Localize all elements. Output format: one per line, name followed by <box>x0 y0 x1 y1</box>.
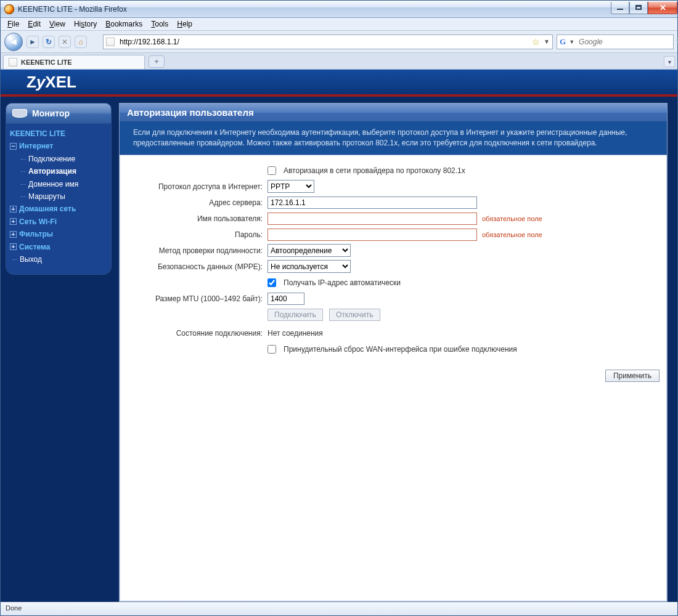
required-password: обязательное поле <box>482 231 542 238</box>
panel-footer: Применить <box>120 365 667 388</box>
input-password[interactable] <box>268 229 477 241</box>
label-password: Пароль: <box>126 230 268 239</box>
search-input[interactable] <box>578 37 673 47</box>
sidebar-item-logout[interactable]: Выход <box>10 253 107 265</box>
input-server-address[interactable] <box>268 197 477 209</box>
sidebar-cat-internet[interactable]: Интернет <box>10 140 107 152</box>
window-minimize-button[interactable] <box>611 2 629 14</box>
brand-bar: ZyXEL <box>1 70 677 97</box>
select-protocol[interactable]: PPTP <box>268 180 314 193</box>
label-username: Имя пользователя: <box>126 214 268 223</box>
nav-stop-button[interactable]: ✕ <box>59 36 71 48</box>
page-icon <box>106 38 115 46</box>
label-protocol: Протокол доступа в Интернет: <box>126 182 268 191</box>
label-8021x: Авторизация в сети провайдера по протоко… <box>284 166 465 175</box>
checkbox-force-reset[interactable] <box>268 345 276 354</box>
window-titlebar: KEENETIC LITE - Mozilla Firefox ✕ <box>1 1 677 18</box>
tab-page-icon <box>9 58 17 67</box>
window-close-button[interactable]: ✕ <box>648 2 677 14</box>
window-title: KEENETIC LITE - Mozilla Firefox <box>18 5 127 14</box>
sidebar-cat-filters[interactable]: Фильтры <box>10 228 107 240</box>
zyxel-logo: ZyXEL <box>27 73 76 92</box>
sidebar-monitor-label: Монитор <box>32 108 70 118</box>
input-username[interactable] <box>268 213 477 225</box>
browser-tab[interactable]: KEENETIC LITE <box>3 55 145 69</box>
config-panel: Авторизация пользователя Если для подклю… <box>119 103 668 602</box>
label-auth-method: Метод проверки подлинности: <box>126 246 268 255</box>
sidebar-item-connection[interactable]: Подключение <box>10 153 107 165</box>
sidebar-cat-wifi[interactable]: Сеть Wi-Fi <box>10 216 107 228</box>
panel-title: Авторизация пользователя <box>120 103 667 121</box>
window-maximize-button[interactable] <box>629 2 648 14</box>
menu-tools[interactable]: Tools <box>147 18 173 30</box>
nav-home-button[interactable]: ⌂ <box>75 36 87 48</box>
google-icon: G <box>560 37 566 47</box>
menu-help[interactable]: Help <box>173 18 197 30</box>
value-conn-state: Нет соединения <box>268 329 323 338</box>
label-mtu: Размер MTU (1000–1492 байт): <box>126 294 268 303</box>
tab-list-dropdown[interactable]: ▾ <box>664 56 675 67</box>
sidebar-item-authorization[interactable]: Авторизация <box>10 165 107 177</box>
required-username: обязательное поле <box>482 215 542 222</box>
nav-reload-button[interactable]: ↻ <box>43 36 55 48</box>
url-bar[interactable]: ☆ ▼ <box>103 34 553 49</box>
select-mppe[interactable]: Не используется <box>268 260 351 273</box>
label-force-reset: Принудительный сброс WAN-интерфейса при … <box>284 345 517 354</box>
input-mtu[interactable] <box>268 293 304 305</box>
browser-navbar: ◄ ► ↻ ✕ ⌂ ☆ ▼ G ▼ 🔍 <box>1 31 677 53</box>
sidebar-cat-home-net[interactable]: Домашняя сеть <box>10 203 107 215</box>
sidebar-root[interactable]: KEENETIC LITE <box>10 128 107 140</box>
panel-info-text: Если для подключения к Интернету необход… <box>120 121 667 155</box>
select-auth-method[interactable]: Автоопределение <box>268 244 351 257</box>
status-text: Done <box>6 604 22 612</box>
label-mppe: Безопасность данных (MPPE): <box>126 262 268 271</box>
url-dropdown-icon[interactable]: ▼ <box>544 38 550 45</box>
window-frame: KEENETIC LITE - Mozilla Firefox ✕ File E… <box>0 0 678 616</box>
sidebar-monitor-header[interactable]: Монитор <box>6 103 112 124</box>
sidebar-item-routes[interactable]: Маршруты <box>10 190 107 203</box>
menu-bookmarks[interactable]: Bookmarks <box>101 18 147 30</box>
browser-statusbar: Done <box>1 602 677 615</box>
new-tab-button[interactable]: + <box>149 55 165 68</box>
menu-view[interactable]: View <box>45 18 70 30</box>
search-box[interactable]: G ▼ 🔍 <box>557 34 674 49</box>
checkbox-8021x[interactable] <box>268 166 276 175</box>
sidebar-tree: KEENETIC LITE Интернет Подключение Автор… <box>6 124 112 275</box>
menu-history[interactable]: History <box>70 18 101 30</box>
search-engine-drop-icon[interactable]: ▼ <box>569 39 574 45</box>
browser-menubar: File Edit View History Bookmarks Tools H… <box>1 18 677 31</box>
label-conn-state: Состояние подключения: <box>126 329 268 338</box>
bookmark-star-icon[interactable]: ☆ <box>532 37 540 47</box>
browser-tabstrip: KEENETIC LITE + ▾ <box>1 53 677 70</box>
menu-file[interactable]: File <box>3 18 23 30</box>
nav-forward-button[interactable]: ► <box>27 36 39 48</box>
tab-title: KEENETIC LITE <box>21 59 72 66</box>
form-area: Авторизация в сети провайдера по протоко… <box>120 155 667 365</box>
checkbox-auto-ip[interactable] <box>268 278 276 287</box>
label-server: Адрес сервера: <box>126 198 268 207</box>
url-input[interactable] <box>118 37 528 47</box>
apply-button[interactable]: Применить <box>605 370 660 382</box>
monitor-icon <box>12 109 27 118</box>
firefox-icon <box>4 4 14 14</box>
disconnect-button: Отключить <box>329 309 380 321</box>
connect-button: Подключить <box>268 309 323 321</box>
sidebar: Монитор KEENETIC LITE Интернет Подключен… <box>6 103 112 602</box>
label-auto-ip: Получать IP-адрес автоматически <box>284 278 401 287</box>
sidebar-item-domain-name[interactable]: Доменное имя <box>10 178 107 190</box>
menu-edit[interactable]: Edit <box>23 18 45 30</box>
nav-back-button[interactable]: ◄ <box>4 33 23 51</box>
sidebar-cat-system[interactable]: Система <box>10 241 107 253</box>
page-content: ZyXEL Монитор KEENETIC LITE Интернет Под… <box>1 70 677 602</box>
